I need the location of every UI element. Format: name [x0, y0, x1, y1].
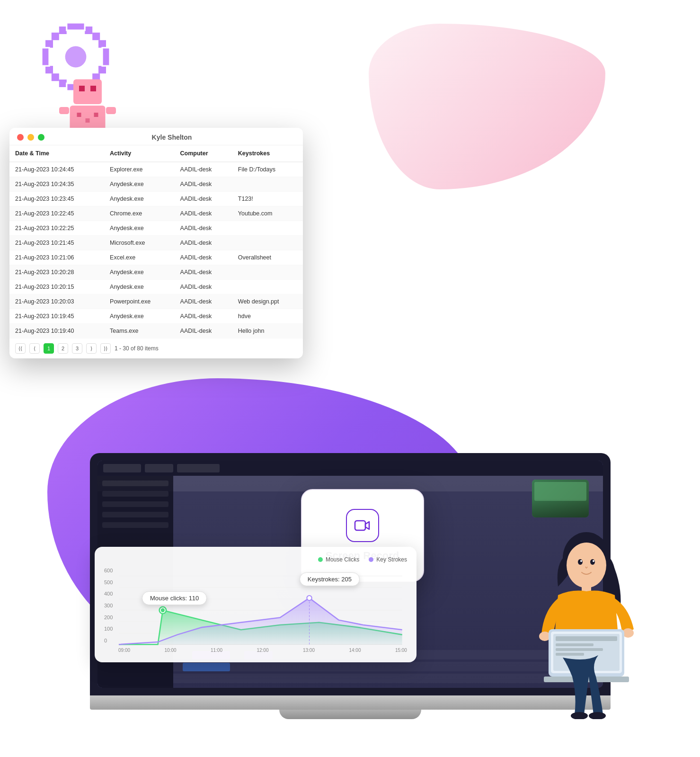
svg-rect-7 — [42, 48, 49, 66]
cell-datetime: 21-Aug-2023 10:19:45 — [9, 309, 104, 324]
laptop-stand — [279, 710, 421, 719]
y-label-200: 200 — [104, 615, 113, 620]
legend-label-key: Key Strokes — [376, 556, 407, 563]
cell-computer: AADIL-desk — [175, 162, 232, 177]
page-2-btn[interactable]: 2 — [58, 343, 68, 354]
svg-rect-59 — [556, 648, 603, 651]
x-label-1000: 10:00 — [164, 648, 176, 653]
cell-activity: Anydesk.exe — [104, 192, 175, 206]
cell-activity: Anydesk.exe — [104, 221, 175, 236]
cell-activity: Anydesk.exe — [104, 280, 175, 294]
video-icon — [354, 517, 371, 534]
cell-activity: Teams.exe — [104, 324, 175, 338]
svg-rect-9 — [45, 66, 53, 73]
x-label-1400: 14:00 — [349, 648, 361, 653]
legend-dot-mouse — [318, 557, 323, 562]
video-thumbnail — [532, 480, 589, 517]
table-row: 21-Aug-2023 10:21:06 Excel.exe AADIL-des… — [9, 250, 303, 265]
svg-rect-1 — [59, 27, 67, 34]
cell-keystrokes: T123! — [232, 192, 303, 206]
cell-computer: AADIL-desk — [175, 221, 232, 236]
svg-rect-3 — [52, 33, 59, 40]
table-row: 21-Aug-2023 10:23:45 Anydesk.exe AADIL-d… — [9, 192, 303, 206]
svg-rect-60 — [556, 653, 584, 656]
cell-datetime: 21-Aug-2023 10:21:06 — [9, 250, 104, 265]
cell-computer: AADIL-desk — [175, 309, 232, 324]
svg-point-49 — [580, 560, 582, 562]
x-label-1300: 13:00 — [303, 648, 315, 653]
legend-mouse-clicks: Mouse Clicks — [318, 556, 359, 563]
screen-record-icon-box — [346, 509, 379, 542]
woman-svg — [511, 530, 662, 719]
cell-activity: Powerpoint.exe — [104, 294, 175, 309]
x-label-0900: 09:00 — [118, 648, 130, 653]
x-label-1100: 11:00 — [211, 648, 222, 653]
svg-rect-10 — [98, 66, 106, 73]
cell-datetime: 21-Aug-2023 10:21:45 — [9, 236, 104, 250]
svg-rect-58 — [556, 643, 594, 646]
page-next-btn[interactable]: ⟩ — [86, 343, 97, 354]
window-minimize-dot[interactable] — [27, 134, 34, 141]
col-header-computer: Computer — [175, 145, 232, 162]
page-last-btn[interactable]: ⟩⟩ — [100, 343, 111, 354]
col-header-datetime: Date & Time — [9, 145, 104, 162]
window-close-dot[interactable] — [17, 134, 24, 141]
cell-keystrokes — [232, 265, 303, 280]
table-row: 21-Aug-2023 10:24:35 Anydesk.exe AADIL-d… — [9, 177, 303, 192]
background-blob-pink — [369, 24, 605, 189]
page-3-btn[interactable]: 3 — [72, 343, 82, 354]
svg-rect-30 — [77, 113, 81, 117]
chart-x-axis: 09:00 10:00 11:00 12:00 13:00 14:00 15:0… — [118, 648, 407, 653]
legend-keystrokes: Key Strokes — [369, 556, 407, 563]
svg-rect-0 — [67, 23, 85, 30]
cell-datetime: 21-Aug-2023 10:24:35 — [9, 177, 104, 192]
table-row: 21-Aug-2023 10:22:45 Chrome.exe AADIL-de… — [9, 206, 303, 221]
cell-datetime: 21-Aug-2023 10:24:45 — [9, 162, 104, 177]
window-titlebar: Kyle Shelton — [9, 128, 303, 145]
cell-computer: AADIL-desk — [175, 280, 232, 294]
page-first-btn[interactable]: ⟨⟨ — [15, 343, 26, 354]
svg-point-17 — [65, 46, 87, 68]
cell-keystrokes: Hello john — [232, 324, 303, 338]
svg-point-44 — [307, 596, 311, 600]
legend-dot-key — [369, 557, 373, 562]
pagination-bar: ⟨⟨ ⟨ 1 2 3 ⟩ ⟩⟩ 1 - 30 of 80 items — [9, 338, 303, 358]
cell-datetime: 21-Aug-2023 10:20:03 — [9, 294, 104, 309]
svg-point-50 — [593, 560, 594, 562]
chart-area: 600 500 400 300 200 100 0 — [104, 568, 407, 653]
table-row: 21-Aug-2023 10:20:15 Anydesk.exe AADIL-d… — [9, 280, 303, 294]
cell-activity: Anydesk.exe — [104, 177, 175, 192]
svg-point-42 — [161, 608, 165, 612]
svg-rect-8 — [102, 48, 110, 66]
chart-svg — [104, 568, 407, 653]
cell-activity: Anydesk.exe — [104, 309, 175, 324]
table-row: 21-Aug-2023 10:20:03 Powerpoint.exe AADI… — [9, 294, 303, 309]
svg-rect-4 — [92, 33, 100, 40]
y-label-400: 400 — [104, 591, 113, 597]
chart-window: Mouse Clicks Key Strokes 600 500 400 300… — [95, 547, 416, 662]
svg-point-46 — [567, 543, 606, 588]
svg-rect-31 — [94, 113, 98, 117]
page-current-btn[interactable]: 1 — [44, 343, 54, 354]
cell-datetime: 21-Aug-2023 10:20:15 — [9, 280, 104, 294]
cell-computer: AADIL-desk — [175, 177, 232, 192]
cell-activity: Explorer.exe — [104, 162, 175, 177]
cell-activity: Anydesk.exe — [104, 265, 175, 280]
table-row: 21-Aug-2023 10:19:45 Anydesk.exe AADIL-d… — [9, 309, 303, 324]
cell-datetime: 21-Aug-2023 10:20:28 — [9, 265, 104, 280]
y-label-500: 500 — [104, 579, 113, 585]
page-prev-btn[interactable]: ⟨ — [29, 343, 40, 354]
table-row: 21-Aug-2023 10:20:28 Anydesk.exe AADIL-d… — [9, 265, 303, 280]
chart-y-axis: 600 500 400 300 200 100 0 — [104, 568, 113, 643]
cell-keystrokes — [232, 280, 303, 294]
cell-activity: Microsoft.exe — [104, 236, 175, 250]
y-label-300: 300 — [104, 603, 113, 608]
cell-computer: AADIL-desk — [175, 206, 232, 221]
window-title: Kyle Shelton — [48, 134, 295, 141]
cell-datetime: 21-Aug-2023 10:19:40 — [9, 324, 104, 338]
window-maximize-dot[interactable] — [38, 134, 44, 141]
svg-point-48 — [590, 559, 595, 565]
cell-keystrokes: File D:/Todays — [232, 162, 303, 177]
svg-rect-32 — [86, 118, 90, 123]
svg-rect-26 — [59, 107, 69, 114]
